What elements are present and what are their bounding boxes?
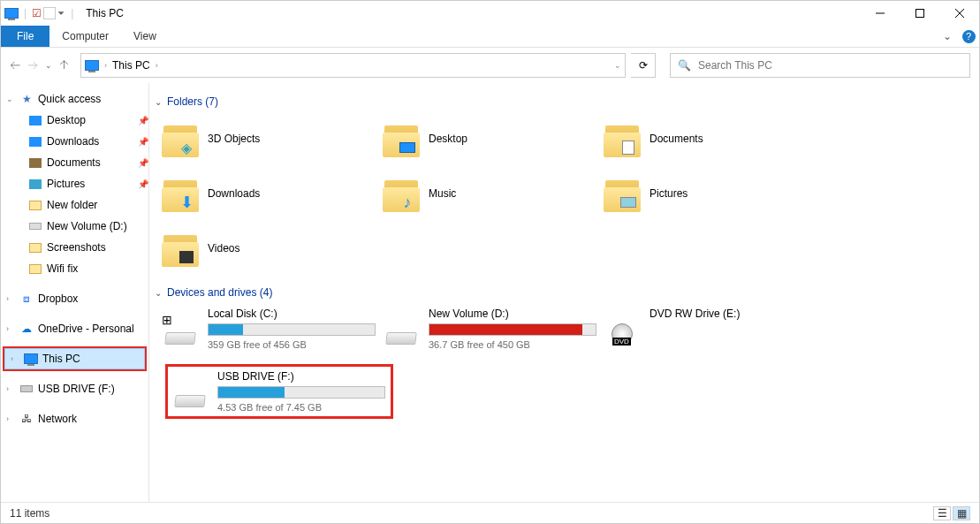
qat-divider: | [24,7,27,19]
chevron-right-icon[interactable]: › [6,324,15,333]
navigation-bar: 🡠 🡢 ⌄ 🡡 › This PC › ⌄ ⟳ 🔍 [1,48,979,83]
pictures-icon [27,176,43,192]
new-folder-icon[interactable] [43,7,56,19]
chevron-right-icon[interactable]: › [6,294,15,303]
breadcrumb-item[interactable]: This PC [112,59,150,72]
details-view-button[interactable]: ☰ [933,506,951,520]
drive-item-usb-drive-f-[interactable]: USB DRIVE (F:)4.53 GB free of 7.45 GB [171,370,392,413]
folder-label: Documents [650,133,703,145]
tree-usb-drive[interactable]: › USB DRIVE (F:) [1,378,148,399]
tab-computer[interactable]: Computer [49,26,121,47]
sidebar-item-desktop[interactable]: Desktop📌 [1,110,148,131]
sidebar-item-downloads[interactable]: Downloads📌 [1,131,148,152]
search-icon: 🔍 [678,59,691,72]
tree-item-label: Pictures [47,178,134,190]
sidebar-item-documents[interactable]: Documents📌 [1,152,148,173]
folder-icon [27,239,43,255]
tab-view[interactable]: View [121,26,169,47]
sidebar-item-screenshots[interactable]: Screenshots [1,237,148,258]
drive-item-dvd-rw-drive-e-[interactable]: DVDDVD RW Drive (E:) [604,308,824,350]
tree-item-label: Desktop [47,114,134,126]
address-bar[interactable]: › This PC › ⌄ [80,53,626,78]
folder-item-desktop[interactable]: Desktop [383,117,604,161]
maximize-button[interactable] [900,1,939,26]
folder-label: Videos [208,242,239,254]
drive-icon [171,370,209,407]
section-header-drives[interactable]: ⌄ Devices and drives (4) [155,286,967,299]
drive-usage-bar [208,323,376,336]
folder-icon [27,197,43,213]
tree-onedrive[interactable]: › ☁ OneDrive - Personal [1,318,148,339]
back-button[interactable]: 🡠 [10,59,20,72]
tree-item-label: Wifi fix [47,262,148,275]
folder-item-documents[interactable]: Documents [604,117,824,161]
this-pc-icon [23,351,39,367]
ribbon-expand-icon[interactable]: ⌄ [937,26,958,47]
properties-icon[interactable]: ☑ [32,7,42,19]
folder-label: Downloads [208,187,260,200]
folder-item-3d-objects[interactable]: ◈3D Objects [162,117,383,161]
folder-icon [604,175,641,212]
minimize-button[interactable] [860,1,900,26]
folder-label: 3D Objects [208,133,260,145]
pin-icon: 📌 [138,179,148,189]
file-tab[interactable]: File [1,26,49,47]
drive-free-text: 4.53 GB free of 7.45 GB [217,402,392,413]
svg-rect-1 [915,10,923,18]
icons-view-button[interactable]: ▦ [953,506,970,520]
chevron-right-icon[interactable]: › [156,61,158,70]
refresh-button[interactable]: ⟳ [631,53,656,78]
folder-item-videos[interactable]: Videos [162,226,383,270]
folder-item-downloads[interactable]: ⬇Downloads [162,171,383,216]
app-icon [4,8,19,19]
folder-label: Pictures [650,187,688,200]
folder-item-pictures[interactable]: Pictures [604,171,824,216]
status-item-count: 11 items [10,507,49,520]
sidebar-item-wifi-fix[interactable]: Wifi fix [1,258,148,279]
content-pane: ⌄ Folders (7) ◈3D ObjectsDesktopDocument… [149,83,979,502]
search-box[interactable]: 🔍 [670,53,970,78]
chevron-down-icon[interactable]: ⌄ [6,95,15,103]
folder-item-music[interactable]: ♪Music [383,171,604,216]
help-icon[interactable]: ? [958,26,979,47]
qat-dropdown-icon[interactable]: ⏷ [57,9,65,18]
sidebar-item-new-volume-d-[interactable]: New Volume (D:) [1,216,148,237]
drive-label: DVD RW Drive (E:) [650,308,824,320]
tree-item-label: Documents [47,156,134,169]
this-pc-icon [85,60,99,71]
quick-access-icon: ★ [19,91,34,107]
chevron-right-icon[interactable]: › [6,384,15,393]
dropbox-icon: ⧈ [19,291,34,307]
window-controls [860,1,979,26]
drive-label: USB DRIVE (F:) [217,370,392,383]
tree-item-label: Screenshots [47,241,148,254]
titlebar: | ☑ ⏷ | This PC [1,1,979,26]
close-button[interactable] [939,1,979,26]
tree-quick-access[interactable]: ⌄ ★ Quick access [1,88,148,110]
downloads-icon [27,133,43,149]
up-button[interactable]: 🡡 [59,59,70,72]
address-dropdown-icon[interactable]: ⌄ [614,61,621,70]
chevron-right-icon[interactable]: › [11,354,19,363]
chevron-right-icon[interactable]: › [104,61,107,70]
drive-free-text: 36.7 GB free of 450 GB [429,339,604,350]
onedrive-icon: ☁ [19,321,34,337]
search-input[interactable] [698,59,962,72]
tree-network[interactable]: › 🖧 Network [1,408,148,429]
folder-icon [383,120,420,157]
forward-button[interactable]: 🡢 [27,59,38,72]
folder-icon [27,261,43,277]
chevron-down-icon[interactable]: ⌄ [155,288,162,298]
network-icon: 🖧 [19,411,34,427]
sidebar-item-pictures[interactable]: Pictures📌 [1,173,148,194]
drive-usage-bar [217,386,385,399]
section-header-folders[interactable]: ⌄ Folders (7) [155,95,967,108]
drive-item-local-disk-c-[interactable]: ⊞Local Disk (C:)359 GB free of 456 GB [162,308,383,350]
sidebar-item-new-folder[interactable]: New folder [1,194,148,216]
tree-this-pc[interactable]: › This PC [4,348,145,369]
chevron-right-icon[interactable]: › [6,414,15,423]
tree-dropbox[interactable]: › ⧈ Dropbox [1,288,148,309]
recent-dropdown-icon[interactable]: ⌄ [45,61,52,70]
chevron-down-icon[interactable]: ⌄ [155,97,162,107]
drive-item-new-volume-d-[interactable]: New Volume (D:)36.7 GB free of 450 GB [383,308,604,350]
